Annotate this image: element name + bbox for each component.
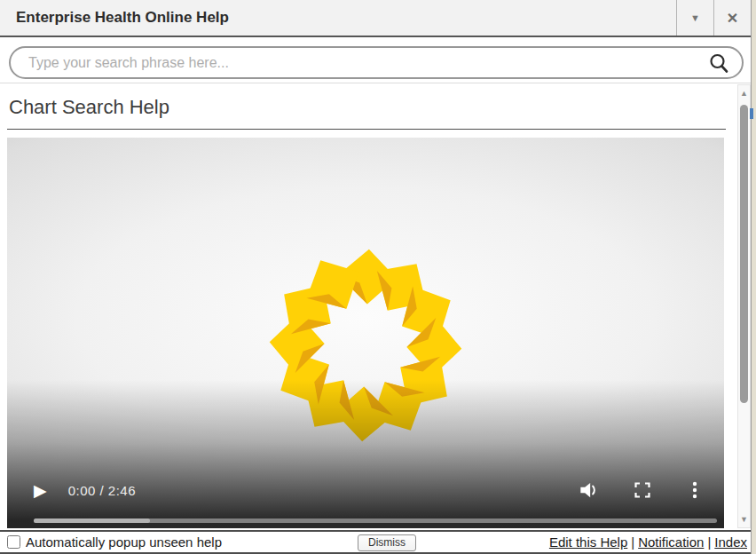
scroll-down-arrow-icon[interactable]: ▼ [738,513,750,526]
footer-links: Edit this Help|Notification|Index [549,534,747,550]
clipped-link-fragment [750,108,753,119]
play-button[interactable]: ▶ [34,482,47,499]
volume-icon [577,479,600,502]
heading-divider [7,129,726,130]
kebab-menu-icon [685,479,705,501]
search-pill [9,46,744,79]
auto-popup-checkbox[interactable] [7,535,20,549]
video-progress-bar[interactable] [34,518,717,523]
search-icon[interactable] [708,52,729,74]
video-buffered-bar [34,518,150,523]
search-bar-row [0,37,751,83]
help-dialog: Enterprise Health Online Help ▼ ✕ Chart … [0,0,752,554]
notification-link[interactable]: Notification [638,534,704,550]
edit-help-link[interactable]: Edit this Help [549,534,627,550]
video-controls: ▶ 0:00 / 2:46 [7,471,724,509]
fullscreen-icon [633,480,652,500]
collapse-button[interactable]: ▼ [676,0,713,36]
close-button[interactable]: ✕ [713,0,751,36]
scroll-up-arrow-icon[interactable]: ▲ [738,87,750,99]
link-separator: | [627,534,638,550]
dismiss-button[interactable]: Dismiss [358,534,416,551]
page-title: Chart Search Help [9,96,737,119]
index-link[interactable]: Index [714,534,747,550]
search-input[interactable] [11,50,708,76]
time-display: 0:00 / 2:46 [68,483,136,498]
auto-popup-label: Automatically popup unseen help [26,534,222,550]
close-icon: ✕ [727,10,738,27]
help-content: Chart Search Help [0,83,737,530]
volume-button[interactable] [577,479,600,502]
titlebar: Enterprise Health Online Help ▼ ✕ [0,0,751,37]
video-player[interactable]: ▶ 0:00 / 2:46 [7,138,724,528]
scrollbar-thumb[interactable] [740,105,748,403]
window-title: Enterprise Health Online Help [0,9,676,27]
chevron-down-icon: ▼ [690,12,700,23]
vertical-scrollbar[interactable]: ▲ ▼ [737,84,751,528]
more-options-button[interactable] [685,479,705,501]
fullscreen-button[interactable] [633,480,652,500]
link-separator: | [704,534,714,550]
controls-gradient [7,138,724,528]
footer-bar: Automatically popup unseen help Dismiss … [0,530,751,554]
